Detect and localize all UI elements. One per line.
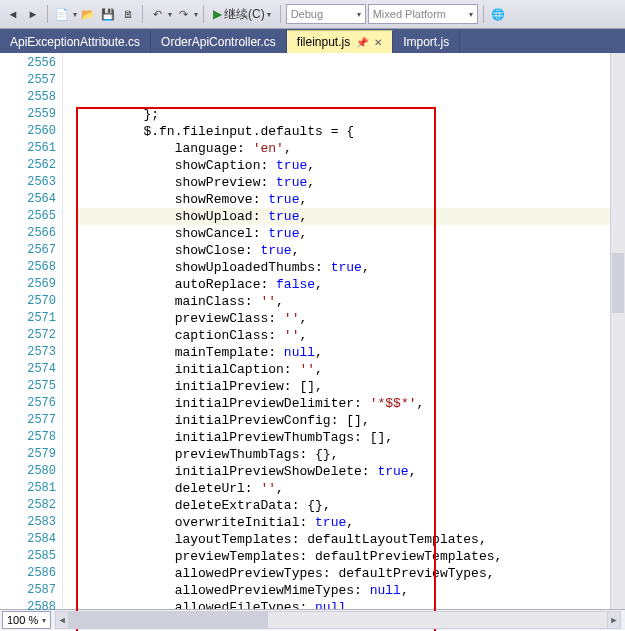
- save-icon[interactable]: 💾: [99, 5, 117, 23]
- scroll-right-icon[interactable]: ►: [607, 612, 620, 628]
- fold-column: [62, 53, 77, 609]
- status-bar: 100 % ▾ ◄ ►: [0, 609, 625, 630]
- browser-icon[interactable]: 🌐: [489, 5, 507, 23]
- pin-icon[interactable]: 📌: [356, 37, 368, 48]
- save-all-icon[interactable]: 🗎: [119, 5, 137, 23]
- new-file-icon[interactable]: 📄: [53, 5, 71, 23]
- code-editor[interactable]: 2556255725582559256025612562256325642565…: [0, 53, 625, 609]
- continue-button[interactable]: ▶ 继续(C) ▾: [209, 6, 275, 23]
- code-area[interactable]: }; $.fn.fileinput.defaults = { language:…: [77, 53, 625, 609]
- tab-order-api[interactable]: OrderApiController.cs: [151, 31, 287, 53]
- config-dropdown[interactable]: Debug▾: [286, 4, 366, 24]
- undo-icon[interactable]: ↶: [148, 5, 166, 23]
- vertical-scrollbar[interactable]: [610, 53, 625, 609]
- hscroll-thumb[interactable]: [68, 612, 268, 628]
- horizontal-scrollbar[interactable]: ◄ ►: [55, 611, 621, 629]
- continue-label: 继续(C): [224, 6, 265, 23]
- redo-icon[interactable]: ↷: [174, 5, 192, 23]
- scrollbar-thumb[interactable]: [612, 253, 624, 313]
- open-icon[interactable]: 📂: [79, 5, 97, 23]
- tab-api-exception[interactable]: ApiExceptionAttribute.cs: [0, 31, 151, 53]
- main-toolbar: ◄ ► 📄 ▾ 📂 💾 🗎 ↶ ▾ ↷ ▾ ▶ 继续(C) ▾ Debug▾ M…: [0, 0, 625, 29]
- close-icon[interactable]: ✕: [374, 37, 382, 48]
- nav-back-icon[interactable]: ◄: [4, 5, 22, 23]
- document-tabs: ApiExceptionAttribute.cs OrderApiControl…: [0, 29, 625, 53]
- platform-dropdown[interactable]: Mixed Platform▾: [368, 4, 478, 24]
- line-numbers: 2556255725582559256025612562256325642565…: [0, 53, 62, 609]
- nav-fwd-icon[interactable]: ►: [24, 5, 42, 23]
- tab-import[interactable]: Import.js: [393, 31, 460, 53]
- tab-fileinput[interactable]: fileinput.js 📌 ✕: [287, 30, 393, 53]
